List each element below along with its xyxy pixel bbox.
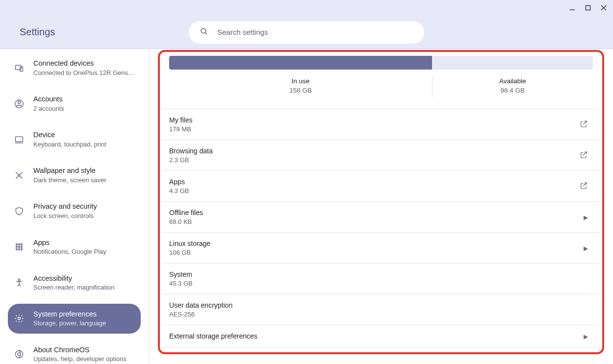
sidebar-item-label: About ChromeOS	[33, 345, 127, 355]
svg-point-19	[16, 249, 18, 250]
storage-available: Available 98.4 GB	[432, 77, 593, 97]
svg-point-13	[16, 244, 18, 245]
storage-row-apps[interactable]: Apps4.3 GB	[162, 171, 600, 202]
accounts-icon	[14, 98, 25, 109]
in-use-label: In use	[169, 77, 432, 85]
storage-row-title: System	[169, 270, 193, 278]
svg-rect-6	[16, 65, 22, 70]
sidebar-item-system[interactable]: System preferencesStorage, power, langua…	[8, 304, 141, 334]
accessibility-icon	[14, 277, 25, 288]
window-close-button[interactable]	[597, 1, 610, 14]
window-minimize-button[interactable]	[566, 1, 579, 14]
storage-row-browsing[interactable]: Browsing data2.3 GB	[162, 140, 600, 171]
app-header: Settings	[0, 16, 613, 49]
open-external-icon	[579, 120, 588, 130]
svg-point-18	[21, 246, 23, 248]
in-use-value: 158 GB	[169, 87, 432, 94]
svg-point-20	[19, 249, 20, 250]
storage-row-my-files[interactable]: My files179 MB	[162, 109, 600, 140]
chevron-right-icon: ▶	[584, 244, 588, 252]
storage-row-sub: 4.3 GB	[169, 187, 189, 194]
svg-point-21	[21, 249, 23, 250]
storage-row-linux[interactable]: Linux storage106 GB▶	[162, 233, 600, 264]
svg-point-12	[18, 174, 20, 176]
available-value: 98.4 GB	[433, 87, 593, 94]
sidebar-item-label: System preferences	[33, 310, 106, 319]
storage-row-external[interactable]: External storage preferences▶	[162, 325, 600, 347]
about-icon	[14, 349, 25, 360]
sidebar-item-label: Wallpaper and style	[33, 166, 106, 176]
search-input[interactable]	[217, 28, 413, 36]
storage-row-sub: 45.3 GB	[169, 280, 193, 287]
search-icon	[200, 27, 208, 37]
app-title: Settings	[14, 26, 55, 38]
svg-point-22	[18, 279, 20, 281]
storage-row-sub: AES-256	[169, 311, 232, 318]
svg-point-15	[21, 244, 23, 245]
sidebar-item-privacy[interactable]: Privacy and securityLock screen, control…	[8, 196, 141, 226]
storage-row-sub: 179 MB	[169, 125, 192, 133]
sidebar-item-sublabel: Notifications, Google Play	[33, 247, 106, 256]
main-content: In use 158 GB Available 98.4 GB My files…	[149, 49, 613, 364]
sidebar-item-connected-devices[interactable]: Connected devicesConnected to OnePlus 12…	[8, 53, 141, 83]
svg-rect-10	[16, 137, 23, 142]
sidebar-item-apps[interactable]: AppsNotifications, Google Play	[8, 232, 141, 262]
sidebar-item-sublabel: Keyboard, touchpad, print	[33, 140, 106, 149]
chevron-right-icon: ▶	[584, 213, 588, 221]
storage-row-sub: 106 GB	[169, 249, 210, 256]
storage-usage-bar-used	[169, 56, 432, 70]
sidebar-item-about[interactable]: About ChromeOSUpdates, help, developer o…	[8, 340, 141, 364]
storage-row-title: External storage preferences	[169, 332, 257, 340]
sidebar-item-sublabel: Screen reader, magnification	[33, 283, 114, 292]
storage-row-title: Apps	[169, 178, 189, 186]
svg-point-17	[19, 246, 20, 248]
available-label: Available	[433, 77, 593, 85]
sidebar-item-label: Accessibility	[33, 274, 114, 284]
sidebar-item-label: Accounts	[33, 95, 64, 104]
sidebar-item-label: Device	[33, 130, 106, 140]
storage-in-use: In use 158 GB	[169, 77, 432, 97]
svg-rect-1	[586, 6, 590, 10]
svg-point-16	[16, 246, 18, 248]
svg-point-23	[18, 317, 21, 320]
sidebar-item-label: Apps	[33, 238, 106, 248]
device-icon	[14, 134, 25, 145]
storage-row-sub: 2.3 GB	[169, 156, 213, 164]
sidebar-item-accessibility[interactable]: AccessibilityScreen reader, magnificatio…	[8, 268, 141, 298]
storage-row-system: System45.3 GB	[162, 264, 600, 294]
sidebar-item-device[interactable]: DeviceKeyboard, touchpad, print	[8, 124, 141, 154]
svg-point-8	[18, 101, 20, 103]
svg-line-5	[205, 32, 207, 34]
sidebar-item-wallpaper[interactable]: Wallpaper and styleDark theme, screen sa…	[8, 160, 141, 190]
sidebar-item-accounts[interactable]: Accounts2 accounts	[8, 89, 141, 119]
storage-row-encryption: User data encryptionAES-256	[162, 294, 600, 325]
chevron-right-icon: ▶	[584, 332, 588, 340]
storage-row-offline[interactable]: Offline files68.0 KB▶	[162, 202, 600, 233]
svg-point-24	[16, 351, 23, 358]
sidebar-item-sublabel: Storage, power, language	[33, 319, 106, 328]
sidebar-item-sublabel: Lock screen, controls	[33, 212, 97, 220]
search-bar[interactable]	[189, 21, 424, 44]
wallpaper-icon	[14, 170, 25, 181]
sidebar-item-sublabel: 2 accounts	[33, 104, 64, 113]
open-external-icon	[579, 181, 588, 192]
system-icon	[14, 313, 25, 324]
sidebar-item-sublabel: Updates, help, developer options	[33, 355, 127, 364]
window-maximize-button[interactable]	[582, 1, 594, 14]
storage-row-title: Browsing data	[169, 147, 213, 155]
svg-point-4	[201, 28, 206, 33]
sidebar-item-label: Privacy and security	[33, 202, 97, 212]
storage-row-title: Offline files	[169, 209, 203, 217]
apps-icon	[14, 242, 25, 252]
svg-point-14	[19, 244, 20, 245]
window-titlebar	[0, 0, 613, 16]
storage-row-title: Linux storage	[169, 240, 210, 247]
sidebar: Connected devicesConnected to OnePlus 12…	[0, 49, 149, 364]
storage-row-sub: 68.0 KB	[169, 218, 203, 225]
sidebar-item-sublabel: Connected to OnePlus 12R Gens…	[33, 69, 134, 77]
storage-row-title: User data encryption	[169, 301, 232, 309]
connected-devices-icon	[14, 63, 25, 73]
privacy-icon	[14, 206, 25, 217]
storage-usage-bar	[169, 56, 593, 70]
open-external-icon	[579, 150, 588, 161]
